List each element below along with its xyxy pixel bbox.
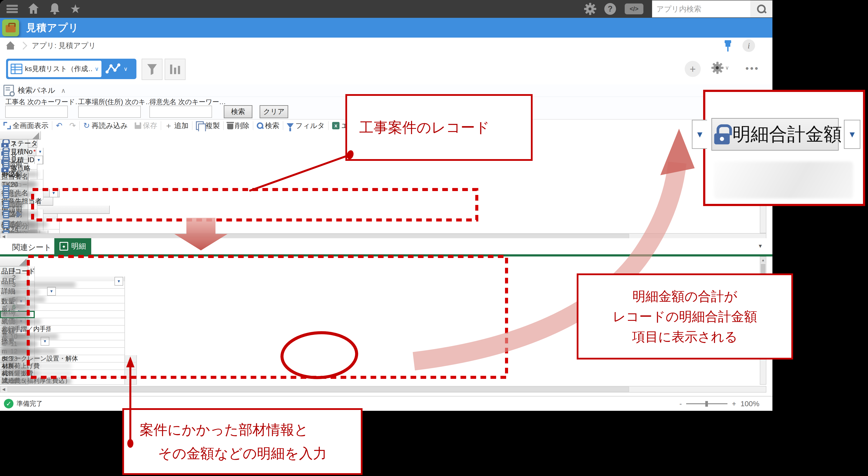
chevron-down-icon: ∨	[95, 66, 99, 72]
help-icon[interactable]: ?	[604, 3, 616, 15]
grid-search-button[interactable]: 検索	[257, 121, 279, 130]
save-button[interactable]: 保存	[135, 121, 157, 130]
tab-meisai[interactable]: ◆ 明細	[54, 238, 91, 254]
record-document-icon	[3, 190, 9, 199]
record-row[interactable]: 10申請前TK24中型以上▼改修▼仮設工事	[0, 180, 760, 189]
record-row[interactable]: 9申請前TK24その他(部分・特殊)▼改修▼仮設足場工事（クサ…	[0, 159, 760, 180]
sheet-corner[interactable]	[0, 257, 28, 266]
detail-row[interactable]: 14422諸経費（福利厚生費込）1式400,000400,000400,0000…	[0, 362, 760, 370]
zoom-control: - + 100%	[679, 396, 760, 411]
search-button[interactable]	[750, 0, 772, 18]
blurred-content	[2, 282, 19, 288]
menu-icon[interactable]	[6, 5, 18, 13]
collapse-icon[interactable]: ∧	[61, 87, 66, 94]
ready-status: 準備完了	[17, 399, 42, 408]
sort-dropdown-icon[interactable]: ▼	[47, 287, 56, 296]
detail-row[interactable]: 160.0 %	[0, 377, 760, 385]
info-icon[interactable]: i	[742, 39, 755, 52]
reload-icon: ↻	[83, 121, 90, 130]
more-options-button[interactable]: •••	[745, 63, 760, 74]
fullscreen-button[interactable]: 全画面表示	[3, 121, 49, 130]
notifications-icon[interactable]	[49, 2, 60, 16]
blurred-content	[2, 274, 19, 280]
add-record-button[interactable]: +	[685, 61, 701, 77]
blurred-cell-content	[714, 161, 853, 199]
zoom-slider[interactable]	[686, 403, 727, 404]
record-row[interactable]: 14申請前TK24中型以上▼改修▼外部足場	[0, 219, 760, 230]
sort-dropdown-icon: ▼	[844, 120, 860, 149]
graph-icon[interactable]	[105, 62, 121, 76]
status-bar: ✓ 準備完了 - + 100%	[0, 396, 772, 411]
search-icon	[257, 122, 263, 129]
duplicate-button[interactable]: 複製	[196, 121, 220, 130]
search-submit-button[interactable]: 検索	[224, 105, 252, 118]
app-settings-button[interactable]: ∨	[712, 62, 729, 73]
tokuisaki-input[interactable]	[150, 106, 212, 118]
pin-icon[interactable]	[725, 40, 731, 52]
sort-dropdown-icon[interactable]: ▼	[115, 277, 123, 286]
chevron-down-icon[interactable]: ∨	[124, 66, 128, 72]
breadcrumb: アプリ: 見積アプリ	[32, 41, 96, 51]
view-toolbar: ks見積リスト（作成… ∨ ∨ +	[0, 54, 772, 85]
zoom-out-button[interactable]: -	[679, 399, 682, 408]
col-header-status[interactable]: ステータス▼	[0, 140, 37, 148]
chart-view-button[interactable]	[165, 59, 186, 80]
sort-dropdown-icon[interactable]: ▼	[36, 148, 43, 156]
corner-triangle-icon	[19, 259, 27, 266]
record-document-icon	[3, 160, 9, 169]
fullscreen-icon	[3, 122, 11, 129]
admin-gear-icon[interactable]	[584, 3, 596, 14]
reload-button[interactable]: ↻再読み込み	[83, 121, 128, 130]
detail-row[interactable]: 1㎡先行手摺／内手摺２本	[0, 266, 760, 274]
view-name: ks見積リスト（作成…	[25, 64, 93, 74]
grid-corner[interactable]	[0, 131, 41, 140]
sort-dropdown-icon[interactable]: ▼	[49, 189, 58, 197]
breadcrumb-home-icon[interactable]	[6, 42, 15, 50]
zoom-in-button[interactable]: +	[732, 399, 736, 408]
funnel-icon	[287, 123, 294, 128]
blurred-content	[14, 370, 38, 377]
related-sheet-label: 関連シート	[12, 242, 52, 253]
blurred-content	[2, 326, 19, 332]
blurred-content	[2, 319, 19, 325]
view-dropdown[interactable]: ks見積リスト（作成… ∨	[8, 61, 101, 77]
inset-column-header: 明細合計金額	[711, 118, 839, 151]
record-document-icon	[3, 230, 9, 233]
home-icon[interactable]	[27, 3, 39, 15]
blurred-content	[39, 378, 71, 384]
detail-row[interactable]: 150.0 %	[0, 370, 760, 377]
record-row[interactable]: 12申請前TK24中型以上▼改修▼内部足場	[0, 200, 760, 210]
basho-input[interactable]	[78, 106, 141, 118]
clear-button[interactable]: クリア	[259, 105, 288, 118]
view-selector[interactable]: ks見積リスト（作成… ∨ ∨	[6, 59, 136, 79]
blurred-content	[2, 289, 19, 295]
filter-view-button[interactable]	[142, 59, 162, 80]
grid-filter-button[interactable]: フィルタ	[287, 121, 325, 130]
delete-button[interactable]: 削除	[227, 121, 249, 130]
blurred-content	[18, 231, 38, 233]
record-row[interactable]: 11申請前TK24その他(部分・特殊)▼改修▼仮囲い工事	[0, 189, 760, 200]
developer-icon[interactable]: </>	[625, 3, 643, 14]
screenshot-root: ★ ? </> 見積アプリ アプリ: 見積アプリ i	[0, 0, 868, 476]
blurred-content	[2, 304, 19, 310]
bar-chart-icon	[170, 64, 180, 74]
app-search-input[interactable]	[652, 0, 750, 18]
koujimei-input[interactable]	[5, 106, 68, 118]
sort-dropdown-icon: ▼	[692, 120, 707, 149]
app-icon[interactable]	[2, 19, 19, 36]
chevron-down-icon[interactable]: ▼	[758, 243, 763, 249]
redo-button[interactable]: ↷	[69, 121, 76, 130]
table-view-icon	[11, 64, 22, 74]
record-row[interactable]: 15申請前TK24中型以上▼改修▼外部足場	[0, 230, 760, 233]
sort-dropdown-icon[interactable]: ▼	[34, 156, 43, 164]
detail-grid-hscrollbar[interactable]: ◀	[0, 386, 766, 392]
related-sheet-bar: 関連シート ◆ 明細 ▼	[0, 238, 772, 257]
redo-icon: ↷	[69, 121, 76, 130]
lock-icon	[714, 124, 730, 144]
sheet-icon: ◆	[60, 242, 68, 250]
undo-button[interactable]: ↶	[56, 121, 62, 130]
record-row[interactable]: 13申請前TK24中型以上▼新築▼仮設工事	[0, 210, 760, 219]
blurred-content	[14, 363, 38, 369]
favorites-icon[interactable]: ★	[70, 3, 81, 15]
add-row-button[interactable]: ＋追加	[165, 120, 189, 131]
